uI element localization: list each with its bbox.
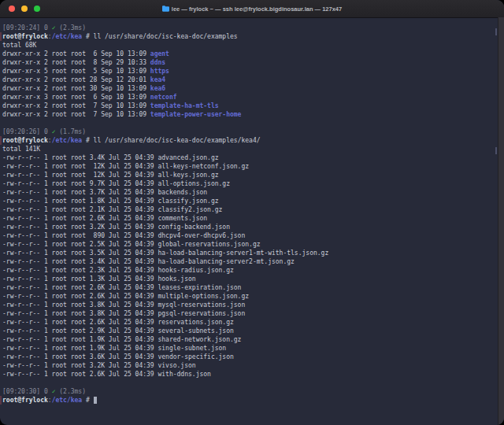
text-segment: (2.3ms) — [55, 24, 86, 31]
text-segment: netconf — [150, 94, 177, 101]
text-segment: -rw-r--r-- 1 root root 2.6K Jul 25 04:39… — [2, 284, 241, 291]
terminal-line: [09:20:24] 0 ✓ (2.3ms) — [2, 24, 498, 32]
text-segment: drwxr-xr-x 3 root root 6 Sep 10 13:09 — [2, 94, 150, 101]
text-segment: -rw-r--r-- 1 root root 3.4K Jul 25 04:39… — [2, 154, 219, 161]
terminal-line: -rw-r--r-- 1 root root 890 Jul 25 04:39 … — [2, 231, 498, 240]
terminal-window: lee — frylock ~ — ssh lee@frylock.bigdin… — [0, 0, 504, 425]
terminal-line: -rw-r--r-- 1 root root 3.6K Jul 25 04:39… — [2, 353, 498, 361]
terminal-line: -rw-r--r-- 1 root root 1.9K Jul 25 04:39… — [2, 335, 498, 344]
text-segment: root@frylock — [2, 137, 48, 144]
text-segment: drwxr-xr-x 2 root root 28 Sep 12 20:01 — [2, 76, 150, 83]
text-segment: kea6 — [150, 85, 165, 92]
window-title: lee — frylock ~ — ssh lee@frylock.bigdin… — [162, 6, 342, 13]
text-segment: https — [150, 68, 169, 75]
text-segment: root@frylock — [2, 33, 48, 40]
window-controls — [9, 6, 40, 12]
terminal-line: drwxr-xr-x 2 root root 8 Sep 29 10:33 dd… — [2, 58, 498, 67]
text-segment: /etc/kea — [52, 137, 83, 144]
text-segment: -rw-r--r-- 1 root root 2.9K Jul 25 04:39… — [2, 327, 234, 334]
text-segment: total 141K — [2, 146, 40, 153]
terminal-line: drwxr-xr-x 2 root root 7 Sep 10 13:09 te… — [2, 110, 498, 119]
text-segment: [09:20:24] 0 — [2, 24, 52, 31]
text-segment: -rw-r--r-- 1 root root 3.4K Jul 25 04:39… — [2, 258, 295, 265]
text-segment: -rw-r--r-- 1 root root 2.5K Jul 25 04:39… — [2, 241, 261, 248]
text-segment: /etc/kea — [52, 397, 83, 404]
text-segment: [09:20:26] 0 — [2, 128, 52, 135]
terminal-line: -rw-r--r-- 1 root root 3.2K Jul 25 04:39… — [2, 361, 498, 370]
terminal-line: drwxr-xr-x 2 root root 28 Sep 12 20:01 k… — [2, 76, 498, 84]
terminal-line: drwxr-xr-x 3 root root 6 Sep 10 13:09 ne… — [2, 93, 498, 102]
terminal-line: -rw-r--r-- 1 root root 2.6K Jul 25 04:39… — [2, 214, 498, 223]
terminal-line: -rw-r--r-- 1 root root 12K Jul 25 04:39 … — [2, 171, 498, 179]
terminal-line: -rw-r--r-- 1 root root 2.6K Jul 25 04:39… — [2, 283, 498, 292]
text-segment: -rw-r--r-- 1 root root 890 Jul 25 04:39 … — [2, 232, 245, 239]
terminal-line: -rw-r--r-- 1 root root 3.5K Jul 25 04:39… — [2, 249, 498, 257]
text-segment: -rw-r--r-- 1 root root 2.6K Jul 25 04:39… — [2, 215, 207, 222]
text-segment: -rw-r--r-- 1 root root 2.6K Jul 25 04:39… — [2, 319, 234, 326]
text-segment: /etc/kea — [52, 33, 83, 40]
text-segment: drwxr-xr-x 2 root root 8 Sep 29 10:33 — [2, 59, 150, 66]
terminal-line: root@frylock:/etc/kea # ll /usr/share/do… — [2, 32, 498, 41]
text-segment: template-ha-mt-tls — [150, 102, 219, 109]
text-segment: drwxr-xr-x 5 root root 5 Sep 10 13:09 — [2, 68, 150, 75]
text-segment: ddns — [150, 59, 165, 66]
text-segment: -rw-r--r-- 1 root root 3.8K Jul 25 04:39… — [2, 310, 245, 317]
scrollbar-mark-2 — [495, 147, 497, 154]
terminal-line: -rw-r--r-- 1 root root 3.7K Jul 25 04:39… — [2, 188, 498, 197]
zoom-button[interactable] — [34, 6, 40, 12]
text-segment: -rw-r--r-- 1 root root 12K Jul 25 04:39 … — [2, 172, 219, 179]
text-segment: root@frylock — [2, 397, 48, 404]
terminal-line: drwxr-xr-x 5 root root 5 Sep 10 13:09 ht… — [2, 67, 498, 76]
text-segment: drwxr-xr-x 2 root root 30 Sep 10 13:09 — [2, 85, 150, 92]
prompt-indicator-bar — [0, 396, 2, 405]
text-segment: -rw-r--r-- 1 root root 3.2K Jul 25 04:39… — [2, 362, 196, 369]
terminal-line: -rw-r--r-- 1 root root 9.7K Jul 25 04:39… — [2, 179, 498, 188]
text-segment: drwxr-xr-x 2 root root 6 Sep 10 13:09 — [2, 50, 150, 57]
text-segment: -rw-r--r-- 1 root root 1.8K Jul 25 04:39… — [2, 198, 219, 205]
text-segment: -rw-r--r-- 1 root root 2.6K Jul 25 04:39… — [2, 293, 249, 300]
titlebar[interactable]: lee — frylock ~ — ssh lee@frylock.bigdin… — [0, 0, 504, 18]
text-segment: -rw-r--r-- 1 root root 9.7K Jul 25 04:39… — [2, 180, 230, 187]
text-segment: -rw-r--r-- 1 root root 3.2K Jul 25 04:39… — [2, 224, 230, 231]
text-segment: # ll /usr/share/doc/isc-kea-doc/examples… — [82, 137, 260, 144]
terminal-line: -rw-r--r-- 1 root root 2.6K Jul 25 04:39… — [2, 292, 498, 301]
terminal-line: -rw-r--r-- 1 root root 2.1K Jul 25 04:39… — [2, 205, 498, 214]
text-segment: drwxr-xr-x 2 root root 7 Sep 10 13:09 — [2, 111, 150, 118]
text-segment: -rw-r--r-- 1 root root 2.6K Jul 25 04:39… — [2, 371, 211, 378]
text-segment: -rw-r--r-- 1 root root 2.3K Jul 25 04:39… — [2, 267, 234, 274]
scrollbar-track[interactable] — [498, 17, 504, 425]
window-title-text: lee — frylock ~ — ssh lee@frylock.bigdin… — [172, 6, 342, 13]
terminal-line: total 141K — [2, 145, 498, 153]
terminal-cursor — [94, 397, 98, 404]
text-segment: -rw-r--r-- 1 root root 3.5K Jul 25 04:39… — [2, 249, 328, 257]
terminal-line: -rw-r--r-- 1 root root 1.9K Jul 25 04:39… — [2, 344, 498, 353]
terminal-line: -rw-r--r-- 1 root root 3.8K Jul 25 04:39… — [2, 309, 498, 318]
terminal-line: -rw-r--r-- 1 root root 1.8K Jul 25 04:39… — [2, 197, 498, 205]
text-segment: -rw-r--r-- 1 root root 1.9K Jul 25 04:39… — [2, 345, 226, 352]
close-button[interactable] — [9, 6, 15, 12]
prompt-indicator-bar — [0, 136, 2, 145]
terminal-line: -rw-r--r-- 1 root root 1.3K Jul 25 04:39… — [2, 275, 498, 283]
terminal-line: -rw-r--r-- 1 root root 3.2K Jul 25 04:39… — [2, 223, 498, 231]
terminal-screen[interactable]: [09:20:24] 0 ✓ (2.3ms)root@frylock:/etc/… — [0, 17, 498, 425]
terminal-line: [09:20:26] 0 ✓ (1.7ms) — [2, 128, 498, 136]
text-segment: # — [82, 397, 93, 404]
text-segment: (2.3ms) — [55, 388, 86, 395]
terminal-line: drwxr-xr-x 2 root root 7 Sep 10 13:09 te… — [2, 102, 498, 110]
text-segment: -rw-r--r-- 1 root root 3.7K Jul 25 04:39… — [2, 189, 207, 196]
text-segment: template-power-user-home — [150, 111, 242, 118]
terminal-line: -rw-r--r-- 1 root root 3.8K Jul 25 04:39… — [2, 301, 498, 309]
terminal-line: root@frylock:/etc/kea # — [2, 396, 498, 405]
terminal-line: [09:20:30] 0 ✓ (2.3ms) — [2, 387, 498, 396]
folder-icon — [162, 6, 169, 12]
terminal-line: -rw-r--r-- 1 root root 2.6K Jul 25 04:39… — [2, 370, 498, 379]
minimize-button[interactable] — [21, 6, 28, 12]
terminal-line: total 68K — [2, 41, 498, 50]
terminal-line: -rw-r--r-- 1 root root 3.4K Jul 25 04:39… — [2, 257, 498, 266]
text-segment: -rw-r--r-- 1 root root 1.3K Jul 25 04:39… — [2, 275, 196, 283]
text-segment: kea4 — [150, 76, 165, 83]
text-segment: -rw-r--r-- 1 root root 1.9K Jul 25 04:39… — [2, 336, 241, 343]
terminal-line — [2, 379, 498, 387]
terminal-line: drwxr-xr-x 2 root root 30 Sep 10 13:09 k… — [2, 84, 498, 93]
terminal-line: -rw-r--r-- 1 root root 2.3K Jul 25 04:39… — [2, 266, 498, 275]
